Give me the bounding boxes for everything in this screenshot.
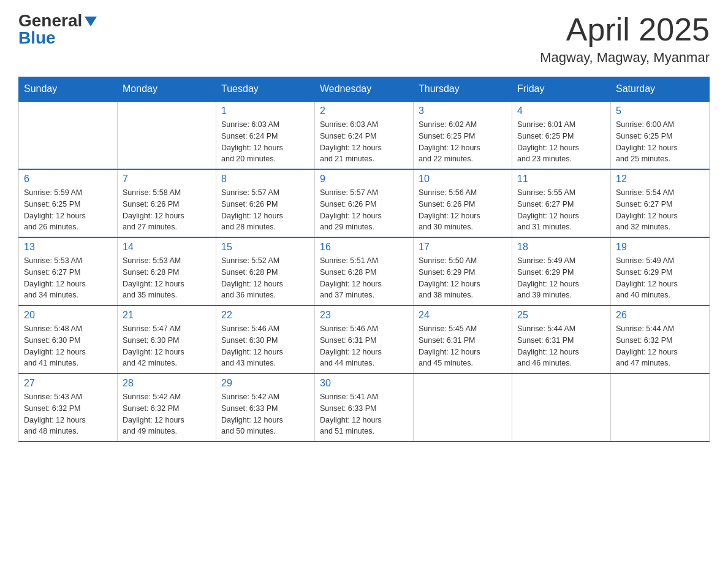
day-number: 25 (517, 310, 605, 321)
calendar-cell: 6Sunrise: 5:59 AMSunset: 6:25 PMDaylight… (19, 169, 118, 237)
calendar-cell: 29Sunrise: 5:42 AMSunset: 6:33 PMDayligh… (216, 373, 315, 442)
day-info: Sunrise: 5:53 AMSunset: 6:27 PMDaylight:… (24, 255, 112, 301)
day-number: 17 (419, 242, 507, 253)
day-info: Sunrise: 6:03 AMSunset: 6:24 PMDaylight:… (221, 119, 309, 165)
day-info: Sunrise: 5:48 AMSunset: 6:30 PMDaylight:… (24, 323, 112, 369)
day-info: Sunrise: 6:02 AMSunset: 6:25 PMDaylight:… (419, 119, 507, 165)
calendar-week-row: 27Sunrise: 5:43 AMSunset: 6:32 PMDayligh… (19, 373, 710, 442)
day-number: 28 (123, 378, 211, 389)
calendar-cell: 24Sunrise: 5:45 AMSunset: 6:31 PMDayligh… (414, 305, 512, 373)
calendar-cell: 20Sunrise: 5:48 AMSunset: 6:30 PMDayligh… (19, 305, 118, 373)
day-info: Sunrise: 5:42 AMSunset: 6:32 PMDaylight:… (123, 391, 211, 437)
day-number: 22 (221, 310, 309, 321)
day-info: Sunrise: 5:57 AMSunset: 6:26 PMDaylight:… (221, 187, 309, 233)
calendar-cell: 1Sunrise: 6:03 AMSunset: 6:24 PMDaylight… (216, 101, 315, 169)
calendar-week-row: 6Sunrise: 5:59 AMSunset: 6:25 PMDaylight… (19, 169, 710, 237)
day-number: 3 (419, 105, 507, 117)
day-info: Sunrise: 5:54 AMSunset: 6:27 PMDaylight:… (616, 187, 704, 233)
calendar-cell: 23Sunrise: 5:46 AMSunset: 6:31 PMDayligh… (315, 305, 414, 373)
day-info: Sunrise: 6:00 AMSunset: 6:25 PMDaylight:… (616, 119, 704, 165)
day-number: 1 (221, 105, 309, 117)
calendar-cell: 3Sunrise: 6:02 AMSunset: 6:25 PMDaylight… (414, 101, 512, 169)
day-number: 21 (123, 310, 211, 321)
calendar-header-row: SundayMondayTuesdayWednesdayThursdayFrid… (19, 77, 710, 102)
day-info: Sunrise: 5:44 AMSunset: 6:32 PMDaylight:… (616, 323, 704, 369)
day-number: 5 (616, 105, 704, 117)
day-number: 30 (320, 378, 408, 389)
day-number: 20 (24, 310, 112, 321)
calendar-cell: 8Sunrise: 5:57 AMSunset: 6:26 PMDaylight… (216, 169, 315, 237)
day-info: Sunrise: 5:58 AMSunset: 6:26 PMDaylight:… (123, 187, 211, 233)
calendar-cell: 19Sunrise: 5:49 AMSunset: 6:29 PMDayligh… (611, 237, 710, 305)
calendar-cell: 16Sunrise: 5:51 AMSunset: 6:28 PMDayligh… (315, 237, 414, 305)
day-info: Sunrise: 5:56 AMSunset: 6:26 PMDaylight:… (419, 187, 507, 233)
calendar-cell: 27Sunrise: 5:43 AMSunset: 6:32 PMDayligh… (19, 373, 118, 442)
calendar-cell (19, 101, 118, 169)
logo-blue: Blue (18, 29, 56, 47)
calendar-subtitle: Magway, Magway, Myanmar (540, 50, 710, 66)
calendar-cell: 11Sunrise: 5:55 AMSunset: 6:27 PMDayligh… (512, 169, 611, 237)
calendar-cell: 13Sunrise: 5:53 AMSunset: 6:27 PMDayligh… (19, 237, 118, 305)
day-number: 26 (616, 310, 704, 321)
calendar-day-header: Friday (512, 77, 611, 102)
calendar-title: April 2025 (540, 12, 710, 47)
calendar-cell: 17Sunrise: 5:50 AMSunset: 6:29 PMDayligh… (414, 237, 512, 305)
day-number: 6 (24, 174, 112, 185)
calendar-cell: 14Sunrise: 5:53 AMSunset: 6:28 PMDayligh… (118, 237, 216, 305)
day-number: 11 (517, 174, 605, 185)
day-number: 24 (419, 310, 507, 321)
calendar-cell (414, 373, 512, 442)
logo-triangle-icon (85, 17, 97, 26)
day-info: Sunrise: 5:43 AMSunset: 6:32 PMDaylight:… (24, 391, 112, 437)
calendar-cell: 30Sunrise: 5:41 AMSunset: 6:33 PMDayligh… (315, 373, 414, 442)
day-info: Sunrise: 5:55 AMSunset: 6:27 PMDaylight:… (517, 187, 605, 233)
calendar-cell: 9Sunrise: 5:57 AMSunset: 6:26 PMDaylight… (315, 169, 414, 237)
day-number: 13 (24, 242, 112, 253)
calendar-cell: 12Sunrise: 5:54 AMSunset: 6:27 PMDayligh… (611, 169, 710, 237)
calendar-cell (512, 373, 611, 442)
day-number: 23 (320, 310, 408, 321)
logo: General Blue (18, 12, 97, 47)
day-number: 4 (517, 105, 605, 117)
day-info: Sunrise: 6:03 AMSunset: 6:24 PMDaylight:… (320, 119, 408, 165)
day-info: Sunrise: 5:49 AMSunset: 6:29 PMDaylight:… (517, 255, 605, 301)
day-number: 12 (616, 174, 704, 185)
day-number: 8 (221, 174, 309, 185)
day-number: 9 (320, 174, 408, 185)
calendar-cell: 2Sunrise: 6:03 AMSunset: 6:24 PMDaylight… (315, 101, 414, 169)
day-info: Sunrise: 5:50 AMSunset: 6:29 PMDaylight:… (419, 255, 507, 301)
day-number: 27 (24, 378, 112, 389)
calendar-day-header: Sunday (19, 77, 118, 102)
day-info: Sunrise: 5:46 AMSunset: 6:31 PMDaylight:… (320, 323, 408, 369)
day-info: Sunrise: 5:49 AMSunset: 6:29 PMDaylight:… (616, 255, 704, 301)
calendar-week-row: 20Sunrise: 5:48 AMSunset: 6:30 PMDayligh… (19, 305, 710, 373)
calendar-week-row: 13Sunrise: 5:53 AMSunset: 6:27 PMDayligh… (19, 237, 710, 305)
calendar-day-header: Thursday (414, 77, 512, 102)
title-block: April 2025 Magway, Magway, Myanmar (540, 12, 710, 66)
day-number: 10 (419, 174, 507, 185)
calendar-cell: 5Sunrise: 6:00 AMSunset: 6:25 PMDaylight… (611, 101, 710, 169)
page-header: General Blue April 2025 Magway, Magway, … (18, 12, 710, 66)
day-info: Sunrise: 5:47 AMSunset: 6:30 PMDaylight:… (123, 323, 211, 369)
calendar-cell: 28Sunrise: 5:42 AMSunset: 6:32 PMDayligh… (118, 373, 216, 442)
day-number: 2 (320, 105, 408, 117)
day-info: Sunrise: 5:59 AMSunset: 6:25 PMDaylight:… (24, 187, 112, 233)
calendar-cell: 21Sunrise: 5:47 AMSunset: 6:30 PMDayligh… (118, 305, 216, 373)
calendar-cell: 4Sunrise: 6:01 AMSunset: 6:25 PMDaylight… (512, 101, 611, 169)
day-number: 18 (517, 242, 605, 253)
calendar-cell: 18Sunrise: 5:49 AMSunset: 6:29 PMDayligh… (512, 237, 611, 305)
day-number: 19 (616, 242, 704, 253)
logo-text: General (18, 12, 97, 29)
calendar-cell: 26Sunrise: 5:44 AMSunset: 6:32 PMDayligh… (611, 305, 710, 373)
day-number: 16 (320, 242, 408, 253)
calendar-day-header: Saturday (611, 77, 710, 102)
calendar-table: SundayMondayTuesdayWednesdayThursdayFrid… (18, 77, 710, 442)
calendar-cell: 10Sunrise: 5:56 AMSunset: 6:26 PMDayligh… (414, 169, 512, 237)
day-info: Sunrise: 5:42 AMSunset: 6:33 PMDaylight:… (221, 391, 309, 437)
day-info: Sunrise: 5:44 AMSunset: 6:31 PMDaylight:… (517, 323, 605, 369)
day-number: 29 (221, 378, 309, 389)
calendar-cell: 22Sunrise: 5:46 AMSunset: 6:30 PMDayligh… (216, 305, 315, 373)
calendar-day-header: Wednesday (315, 77, 414, 102)
day-number: 15 (221, 242, 309, 253)
calendar-cell (118, 101, 216, 169)
